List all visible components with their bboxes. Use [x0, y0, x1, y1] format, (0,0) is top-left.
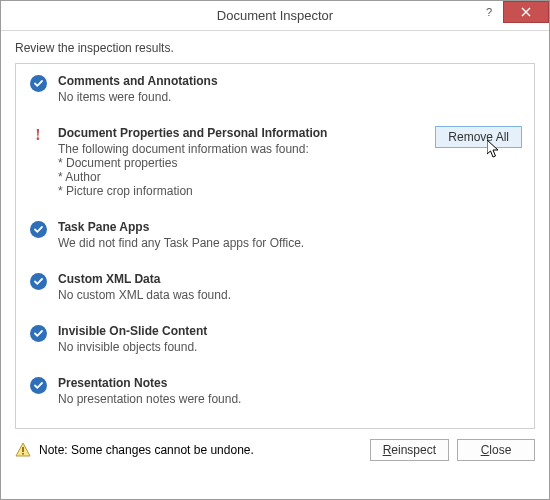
- section-item: * Author: [58, 170, 425, 184]
- section-desc: We did not find any Task Pane apps for O…: [58, 236, 522, 250]
- section-title: Document Properties and Personal Informa…: [58, 126, 425, 140]
- svg-rect-1: [22, 453, 24, 455]
- section-title: Presentation Notes: [58, 376, 522, 390]
- check-icon: [30, 75, 47, 92]
- section-invisible: Invisible On-Slide Content No invisible …: [16, 314, 534, 366]
- svg-rect-0: [22, 447, 24, 452]
- window-buttons: ?: [475, 1, 549, 30]
- warning-icon: !: [30, 127, 47, 144]
- section-docprops: ! Document Properties and Personal Infor…: [16, 116, 534, 210]
- alert-triangle-icon: [15, 442, 31, 458]
- section-item: * Document properties: [58, 156, 425, 170]
- section-title: Invisible On-Slide Content: [58, 324, 522, 338]
- check-icon: [30, 221, 47, 238]
- section-item: * Picture crop information: [58, 184, 425, 198]
- dialog-content: Review the inspection results. Comments …: [1, 31, 549, 429]
- section-desc: No presentation notes were found.: [58, 392, 522, 406]
- section-customxml: Custom XML Data No custom XML data was f…: [16, 262, 534, 314]
- close-rest: lose: [489, 443, 511, 457]
- close-button[interactable]: Close: [457, 439, 535, 461]
- section-title: Task Pane Apps: [58, 220, 522, 234]
- help-button[interactable]: ?: [475, 1, 503, 23]
- section-desc: No items were found.: [58, 90, 522, 104]
- section-desc: No custom XML data was found.: [58, 288, 522, 302]
- instruction-text: Review the inspection results.: [15, 41, 535, 55]
- section-taskpane: Task Pane Apps We did not find any Task …: [16, 210, 534, 262]
- reinspect-button[interactable]: Reinspect: [370, 439, 449, 461]
- titlebar: Document Inspector ?: [1, 1, 549, 31]
- section-desc: The following document information was f…: [58, 142, 425, 156]
- reinspect-rest: einspect: [391, 443, 436, 457]
- remove-all-button[interactable]: Remove All: [435, 126, 522, 148]
- check-icon: [30, 377, 47, 394]
- dialog-footer: Note: Some changes cannot be undone. Rei…: [1, 429, 549, 473]
- results-panel: Comments and Annotations No items were f…: [15, 63, 535, 429]
- check-icon: [30, 273, 47, 290]
- window-title: Document Inspector: [1, 8, 549, 23]
- footer-note: Note: Some changes cannot be undone.: [15, 442, 362, 458]
- section-notes: Presentation Notes No presentation notes…: [16, 366, 534, 418]
- section-title: Custom XML Data: [58, 272, 522, 286]
- check-icon: [30, 325, 47, 342]
- footer-note-text: Note: Some changes cannot be undone.: [39, 443, 254, 457]
- section-title: Comments and Annotations: [58, 74, 522, 88]
- section-desc: No invisible objects found.: [58, 340, 522, 354]
- section-comments: Comments and Annotations No items were f…: [16, 64, 534, 116]
- window-close-button[interactable]: [503, 1, 549, 23]
- section-items: * Document properties * Author * Picture…: [58, 156, 425, 198]
